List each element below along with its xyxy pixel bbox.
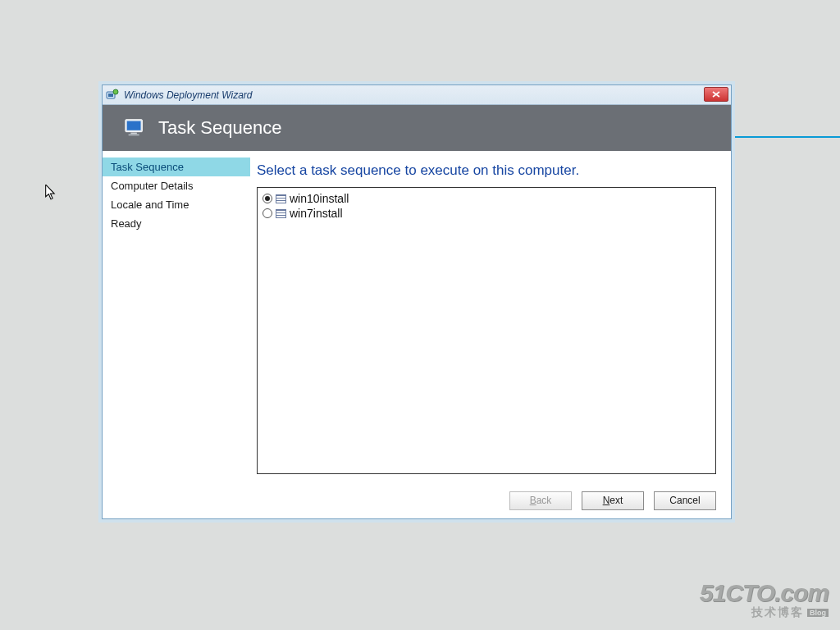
svg-rect-6 [129, 134, 139, 135]
app-icon [106, 89, 119, 102]
wizard-header: Task Sequence [103, 105, 731, 151]
task-sequence-list[interactable]: win10install win7install [257, 187, 716, 474]
wizard-body: Task Sequence Computer Details Locale an… [103, 151, 731, 482]
option-win10install[interactable]: win10install [262, 191, 710, 206]
wizard-window: Windows Deployment Wizard Task Sequence … [102, 84, 732, 519]
next-label: ext [609, 495, 623, 506]
radio-icon[interactable] [262, 208, 272, 218]
svg-rect-4 [127, 121, 141, 130]
sidebar-item-task-sequence[interactable]: Task Sequence [103, 158, 250, 176]
wizard-footer: Back Next Cancel [103, 482, 731, 518]
cancel-label: Cancel [669, 495, 700, 506]
watermark-sub: 技术博客Blog [700, 606, 829, 619]
back-label: ack [536, 495, 552, 506]
wizard-sidebar: Task Sequence Computer Details Locale an… [103, 151, 250, 482]
page-title: Task Sequence [158, 117, 281, 139]
instruction-text: Select a task sequence to execute on thi… [257, 162, 716, 179]
option-label: win7install [290, 207, 343, 220]
watermark: 51CTO.com 技术博客Blog [700, 579, 829, 619]
accent-line [730, 136, 840, 138]
svg-rect-1 [108, 94, 113, 97]
cursor-icon [45, 185, 58, 203]
sidebar-item-computer-details[interactable]: Computer Details [103, 176, 250, 195]
watermark-blog: Blog [807, 609, 829, 617]
watermark-main: 51CTO.com [700, 579, 829, 606]
watermark-sub-text: 技术博客 [751, 605, 804, 619]
next-button[interactable]: Next [582, 491, 644, 510]
monitor-icon [124, 118, 147, 138]
radio-icon[interactable] [262, 194, 272, 203]
svg-point-2 [113, 89, 118, 94]
wizard-main: Select a task sequence to execute on thi… [250, 151, 731, 482]
svg-rect-5 [130, 133, 136, 135]
task-icon [276, 194, 286, 203]
cancel-button[interactable]: Cancel [654, 491, 716, 510]
option-win7install[interactable]: win7install [262, 206, 710, 221]
close-button[interactable] [704, 87, 728, 102]
option-label: win10install [290, 192, 349, 205]
back-button: Back [509, 491, 572, 510]
sidebar-item-locale-and-time[interactable]: Locale and Time [103, 195, 250, 214]
task-icon [276, 209, 286, 218]
sidebar-item-ready[interactable]: Ready [103, 214, 250, 233]
window-title: Windows Deployment Wizard [124, 89, 253, 101]
titlebar[interactable]: Windows Deployment Wizard [103, 85, 731, 105]
